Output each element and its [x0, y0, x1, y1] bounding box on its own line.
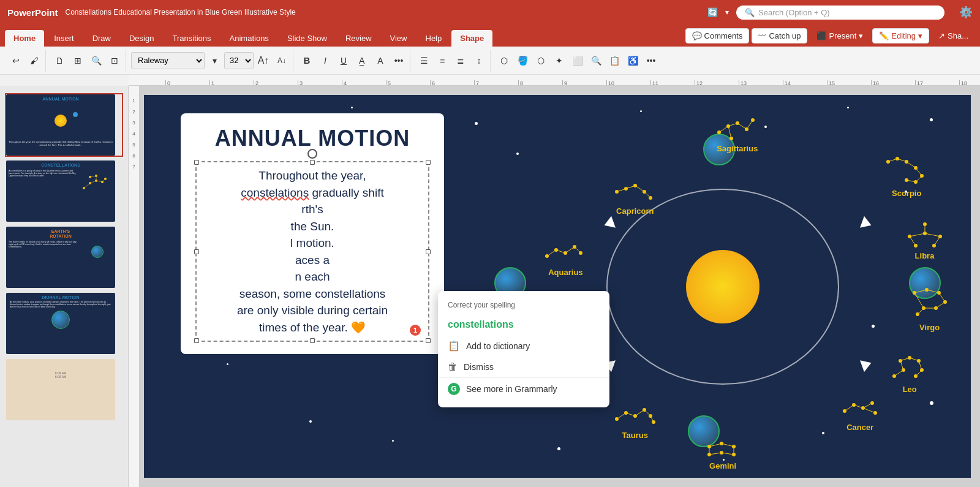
partial-line-4: l motion.: [290, 236, 334, 249]
grammarly-option[interactable]: G See more in Grammarly: [438, 377, 609, 400]
undo-button[interactable]: ↩: [7, 52, 24, 69]
new-slide-button[interactable]: 🗋: [51, 52, 68, 69]
svg-line-89: [939, 293, 945, 302]
svg-line-142: [709, 444, 722, 447]
bold-button[interactable]: B: [298, 52, 315, 69]
slide-thumb-1[interactable]: ANNUAL MOTION Throughout the year, the c…: [5, 93, 123, 157]
font-dropdown-icon[interactable]: ▾: [206, 52, 223, 69]
rotate-handle[interactable]: [307, 149, 317, 159]
fit-button[interactable]: ⊡: [106, 52, 123, 69]
toolbar-group-style: B I U A̲ A •••: [296, 50, 410, 72]
titlebar: PowerPoint Constellations Educational Pr…: [0, 0, 980, 25]
font-family-select[interactable]: Raleway: [131, 52, 205, 69]
dismiss-option[interactable]: 🗑 Dismiss: [438, 357, 609, 377]
tab-shape[interactable]: Shape: [451, 30, 492, 47]
handle-mr[interactable]: [426, 249, 431, 254]
svg-line-132: [863, 403, 872, 408]
comments-icon: 💬: [692, 31, 702, 40]
clipboard-button[interactable]: 📋: [606, 52, 623, 69]
cancer-stars: [839, 396, 881, 420]
partial-line-2: rth's: [301, 203, 323, 216]
more-toolbar-button[interactable]: •••: [643, 52, 660, 69]
svg-line-62: [925, 233, 940, 236]
catchup-button[interactable]: 〰 Catch up: [752, 28, 807, 43]
spell-popup-header: Correct your spelling: [438, 298, 609, 314]
handle-tr[interactable]: [426, 160, 431, 165]
dropdown-icon[interactable]: ▾: [725, 8, 729, 17]
slide-canvas: ANNUAL MOTION: [144, 95, 971, 478]
tab-home[interactable]: Home: [5, 30, 44, 47]
more-styles-button[interactable]: •••: [390, 52, 407, 69]
add-to-dictionary-option[interactable]: 📋 Add to dictionary: [438, 335, 609, 357]
editing-icon: ✏️: [879, 31, 889, 40]
slide-thumb-3[interactable]: EARTH'SROTATION The Earth rotates on its…: [5, 225, 123, 289]
slide-thumb-5[interactable]: 6:09 AM 6:09 AM: [5, 358, 123, 421]
handle-br[interactable]: [426, 338, 431, 343]
handle-bc[interactable]: [310, 338, 315, 343]
comments-button[interactable]: 💬 Comments: [685, 28, 750, 43]
handle-tc[interactable]: [310, 160, 315, 165]
handle-ml[interactable]: [194, 249, 199, 254]
present-dropdown-icon[interactable]: ▾: [859, 31, 863, 40]
svg-line-22: [747, 120, 753, 129]
tab-slideshow[interactable]: Slide Show: [279, 30, 336, 47]
text-align-button[interactable]: ≣: [452, 52, 469, 69]
toolbar-group-font: Raleway ▾ 32 A↑ A↓: [129, 50, 293, 72]
numbered-list-button[interactable]: ≡: [434, 52, 451, 69]
svg-line-110: [900, 358, 910, 361]
bullet-list-button[interactable]: ☰: [415, 52, 432, 69]
settings-icon[interactable]: ⚙️: [959, 6, 973, 19]
capricorn-label: Capricorn: [614, 206, 657, 216]
slide-thumb-4[interactable]: DIURNAL MOTION As the Earth rotates, you…: [5, 292, 123, 355]
slide-thumb-2[interactable]: CONSTELLATIONS A constellation is a grou…: [5, 159, 123, 223]
tab-design[interactable]: Design: [121, 30, 162, 47]
handle-tl[interactable]: [194, 160, 199, 165]
taurus-stars: [614, 404, 657, 428]
format-painter-button[interactable]: 🖌: [26, 52, 43, 69]
tab-draw[interactable]: Draw: [84, 30, 119, 47]
increase-font-button[interactable]: A↑: [255, 52, 272, 69]
search-box[interactable]: 🔍 Search (Option + Q): [736, 6, 944, 20]
zoom-button[interactable]: 🔍: [88, 52, 105, 69]
font-color-button[interactable]: A: [372, 52, 389, 69]
shapes-button[interactable]: ⬡: [496, 52, 513, 69]
spell-header-text: Correct your spelling: [448, 301, 515, 309]
arrange-button[interactable]: ⬜: [569, 52, 586, 69]
line-spacing-button[interactable]: ↕: [470, 52, 488, 69]
virgo-area: Virgo: [908, 287, 951, 332]
taurus-area: Taurus: [614, 404, 657, 440]
italic-button[interactable]: I: [317, 52, 334, 69]
view-button[interactable]: ⊞: [69, 52, 86, 69]
search-replace-button[interactable]: 🔍: [587, 52, 605, 69]
editing-dropdown-icon[interactable]: ▾: [918, 31, 922, 40]
aquarius-area: Aquarius: [544, 241, 587, 277]
border-button[interactable]: ⬡: [532, 52, 549, 69]
handle-bl[interactable]: [194, 338, 199, 343]
effects-button[interactable]: ✦: [551, 52, 568, 69]
accessibility-button[interactable]: ♿: [624, 52, 641, 69]
editing-button[interactable]: ✏️ Editing ▾: [872, 28, 929, 43]
svg-line-19: [719, 126, 728, 132]
decrease-font-button[interactable]: A↓: [273, 52, 290, 69]
fill-button[interactable]: 🪣: [514, 52, 531, 69]
scorpio-area: Scorpio: [882, 153, 931, 198]
font-size-select[interactable]: 32: [224, 52, 254, 69]
svg-line-43: [916, 168, 922, 176]
underline-button[interactable]: U: [335, 52, 352, 69]
search-placeholder: Search (Option + Q): [758, 8, 830, 17]
tab-transitions[interactable]: Transitions: [164, 30, 219, 47]
sagittarius-label: Sagittarius: [713, 144, 762, 153]
spell-suggestion[interactable]: constellations: [438, 314, 609, 335]
highlight-button[interactable]: A̲: [353, 52, 371, 69]
tab-animations[interactable]: Animations: [221, 30, 277, 47]
tab-review[interactable]: Review: [337, 30, 380, 47]
main-layout: ANNUAL MOTION Throughout the year, the c…: [0, 86, 980, 487]
present-button[interactable]: ⬛ Present ▾: [810, 28, 870, 43]
sync-icon[interactable]: 🔄: [707, 7, 718, 17]
share-button[interactable]: ↗ Sha...: [932, 28, 975, 43]
tab-view[interactable]: View: [382, 30, 416, 47]
tab-help[interactable]: Help: [417, 30, 451, 47]
text-selection-box[interactable]: Throughout the year, constelations gradu…: [195, 161, 429, 342]
tab-insert[interactable]: Insert: [45, 30, 83, 47]
comment-badge[interactable]: 1: [410, 325, 421, 336]
